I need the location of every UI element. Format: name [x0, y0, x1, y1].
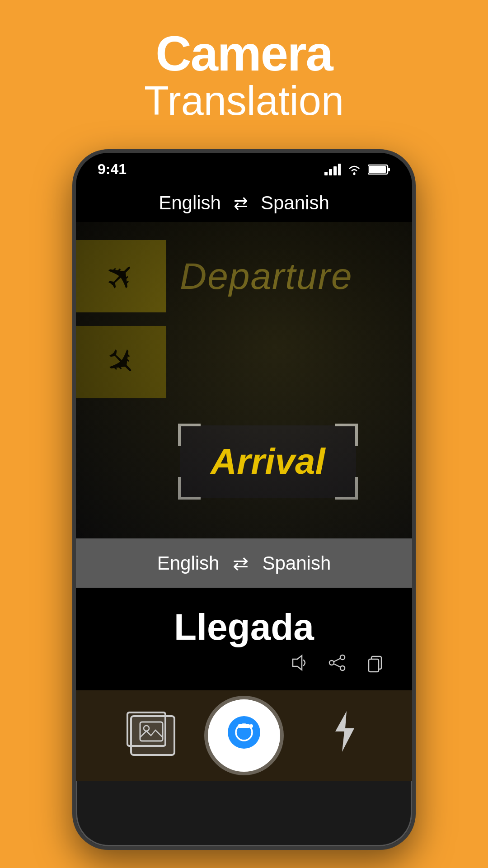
action-icons-row [94, 648, 394, 677]
status-icons [324, 164, 390, 175]
app-title-line1: Camera [0, 27, 488, 80]
translated-word: Llegada [94, 606, 394, 648]
svg-point-10 [329, 660, 334, 665]
gallery-icon [139, 721, 166, 750]
camera-shutter-icon [226, 714, 262, 757]
phone-mockup: 9:41 [72, 149, 416, 850]
target-lang-bottom[interactable]: Spanish [262, 552, 331, 574]
svg-point-17 [144, 726, 149, 731]
svg-rect-1 [329, 169, 332, 175]
svg-rect-6 [388, 168, 390, 171]
gallery-button[interactable] [130, 715, 175, 756]
svg-point-4 [353, 172, 355, 175]
svg-line-13 [334, 664, 340, 667]
departure-icon [76, 240, 166, 312]
corner-tl [178, 424, 201, 446]
svg-rect-2 [333, 166, 337, 175]
arrival-icon [76, 326, 166, 398]
translation-result-area: Llegada [76, 588, 412, 690]
corner-br [335, 477, 358, 500]
header: Camera Translation [0, 0, 488, 136]
corner-bl [178, 477, 201, 500]
flash-button[interactable] [331, 711, 358, 760]
source-lang-bottom[interactable]: English [157, 552, 220, 574]
arrival-text: Arrival [211, 441, 325, 482]
share-icon[interactable] [327, 653, 347, 677]
wifi-icon [346, 164, 362, 175]
svg-point-18 [228, 716, 260, 749]
phone-side-button [412, 481, 416, 518]
svg-rect-7 [369, 166, 386, 173]
shutter-button[interactable] [208, 699, 280, 772]
swap-icon-top[interactable]: ⇄ [234, 193, 248, 213]
corner-tr [335, 424, 358, 446]
source-lang-top[interactable]: English [159, 192, 221, 214]
camera-view: Departure Arrival [76, 222, 412, 538]
camera-controls [76, 690, 412, 781]
departure-sign-row: Departure [76, 240, 412, 312]
departure-text: Departure [166, 255, 353, 297]
signal-icon [324, 164, 341, 175]
svg-rect-16 [140, 722, 163, 741]
airport-scene: Departure Arrival [76, 222, 412, 538]
svg-rect-15 [369, 659, 379, 672]
svg-point-9 [340, 655, 345, 660]
svg-marker-22 [335, 711, 354, 752]
target-lang-top[interactable]: Spanish [261, 192, 329, 214]
lang-bar-top[interactable]: English ⇄ Spanish [76, 182, 412, 222]
lang-bar-bottom[interactable]: English ⇄ Spanish [76, 538, 412, 588]
svg-marker-8 [293, 656, 302, 670]
phone-shell: 9:41 [72, 149, 416, 850]
arrival-scan-box: Arrival [180, 425, 356, 498]
svg-line-12 [334, 659, 340, 662]
swap-icon-bottom[interactable]: ⇄ [233, 552, 249, 574]
copy-icon[interactable] [365, 653, 385, 677]
svg-rect-20 [238, 724, 250, 728]
svg-rect-0 [324, 172, 328, 175]
gallery-icon-wrap[interactable] [130, 715, 175, 756]
battery-icon [368, 164, 390, 175]
svg-point-11 [340, 666, 345, 670]
svg-point-21 [249, 724, 253, 728]
shutter-inner [215, 706, 273, 765]
flash-icon [331, 719, 358, 760]
phone-notch [199, 153, 289, 169]
arrival-sign-row: Arrival [76, 326, 412, 398]
speaker-icon[interactable] [289, 653, 309, 677]
status-time: 9:41 [98, 161, 127, 178]
svg-rect-3 [338, 164, 341, 175]
app-title-line2: Translation [0, 80, 488, 123]
